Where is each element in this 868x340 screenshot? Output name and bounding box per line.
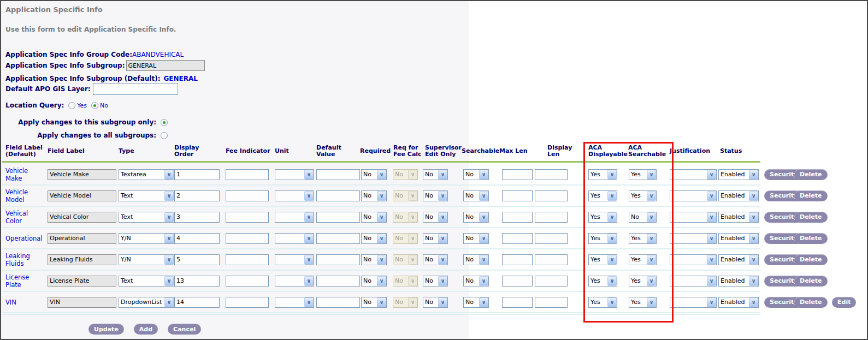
cancel-button[interactable]: Cancel: [168, 324, 201, 335]
fee-indicator-input[interactable]: [226, 190, 269, 201]
status-select[interactable]: Enabled∨: [718, 276, 759, 287]
field-default-label-link[interactable]: Vehicle Model: [5, 188, 46, 204]
searchable-select[interactable]: No∨: [463, 190, 489, 201]
field-label-input[interactable]: [48, 233, 116, 244]
aca-searchable-select[interactable]: Yes∨: [629, 297, 657, 308]
display-len-input[interactable]: [535, 297, 568, 308]
display-order-input[interactable]: [174, 233, 220, 244]
aca-displayable-select[interactable]: Yes∨: [588, 276, 617, 287]
aca-searchable-select[interactable]: Yes∨: [629, 254, 657, 265]
display-order-input[interactable]: [174, 190, 220, 201]
unit-select[interactable]: ∨: [275, 254, 314, 265]
default-value-input[interactable]: [316, 297, 360, 308]
supervisor-edit-only-select[interactable]: No∨: [423, 297, 448, 308]
justification-select[interactable]: ∨: [670, 276, 717, 287]
searchable-select[interactable]: No∨: [463, 276, 489, 287]
aca-searchable-select[interactable]: Yes∨: [629, 169, 657, 180]
type-select[interactable]: Text∨: [119, 276, 174, 287]
supervisor-edit-only-select[interactable]: No∨: [423, 254, 448, 265]
aca-displayable-select[interactable]: Yes∨: [588, 233, 617, 244]
searchable-select[interactable]: No∨: [463, 212, 489, 223]
default-value-input[interactable]: [316, 169, 360, 180]
unit-select[interactable]: ∨: [275, 212, 314, 223]
fee-indicator-input[interactable]: [226, 169, 269, 180]
default-value-input[interactable]: [316, 276, 360, 287]
status-select[interactable]: Enabled∨: [718, 297, 759, 308]
delete-button[interactable]: Delete: [794, 233, 828, 244]
delete-button[interactable]: Delete: [794, 169, 828, 180]
default-value-input[interactable]: [316, 212, 360, 223]
field-label-input[interactable]: [48, 297, 116, 308]
delete-button[interactable]: Delete: [794, 276, 828, 287]
aca-searchable-select[interactable]: Yes∨: [629, 276, 657, 287]
required-select[interactable]: No∨: [361, 254, 387, 265]
field-label-input[interactable]: [48, 169, 116, 180]
fee-indicator-input[interactable]: [226, 233, 269, 244]
unit-select[interactable]: ∨: [275, 190, 314, 201]
subgroup-input[interactable]: [126, 60, 205, 71]
aca-displayable-select[interactable]: Yes∨: [588, 254, 617, 265]
update-button[interactable]: Update: [88, 324, 124, 335]
display-order-input[interactable]: [174, 297, 220, 308]
delete-button[interactable]: Delete: [794, 254, 828, 265]
justification-select[interactable]: ∨: [670, 233, 717, 244]
aca-displayable-select[interactable]: Yes∨: [588, 190, 617, 201]
field-default-label-link[interactable]: License Plate: [5, 273, 46, 289]
required-select[interactable]: No∨: [361, 297, 387, 308]
max-len-input[interactable]: [502, 297, 533, 308]
supervisor-edit-only-select[interactable]: No∨: [423, 169, 448, 180]
field-default-label-link[interactable]: Leaking Fluids: [5, 252, 46, 267]
required-select[interactable]: No∨: [361, 233, 387, 244]
unit-select[interactable]: ∨: [275, 169, 314, 180]
field-label-input[interactable]: [48, 212, 116, 223]
type-select[interactable]: Textarea∨: [119, 169, 174, 180]
unit-select[interactable]: ∨: [275, 233, 314, 244]
delete-button[interactable]: Delete: [794, 190, 828, 201]
field-default-label-link[interactable]: Vehical Color: [5, 210, 46, 225]
apply-subgroup-only-radio[interactable]: [161, 119, 168, 126]
field-default-label-link[interactable]: Operational: [5, 235, 42, 242]
max-len-input[interactable]: [502, 233, 533, 244]
status-select[interactable]: Enabled∨: [718, 169, 759, 180]
field-label-input[interactable]: [48, 190, 116, 201]
type-select[interactable]: Text∨: [119, 190, 174, 201]
fee-indicator-input[interactable]: [226, 254, 269, 265]
fee-indicator-input[interactable]: [226, 276, 269, 287]
add-button[interactable]: Add: [134, 324, 158, 335]
display-len-input[interactable]: [535, 233, 568, 244]
unit-select[interactable]: ∨: [275, 276, 314, 287]
type-select[interactable]: Y/N∨: [119, 233, 174, 244]
gis-layer-input[interactable]: [93, 83, 178, 95]
justification-select[interactable]: ∨: [670, 254, 717, 265]
max-len-input[interactable]: [502, 254, 533, 265]
supervisor-edit-only-select[interactable]: No∨: [423, 212, 448, 223]
max-len-input[interactable]: [502, 169, 533, 180]
searchable-select[interactable]: No∨: [463, 169, 489, 180]
justification-select[interactable]: ∨: [670, 190, 717, 201]
required-select[interactable]: No∨: [361, 276, 387, 287]
field-label-input[interactable]: [48, 276, 116, 287]
field-default-label-link[interactable]: Vehicle Make: [5, 167, 46, 182]
type-select[interactable]: Text∨: [119, 212, 174, 223]
aca-searchable-select[interactable]: Yes∨: [629, 190, 657, 201]
display-order-input[interactable]: [174, 254, 220, 265]
status-select[interactable]: Enabled∨: [718, 190, 759, 201]
field-label-input[interactable]: [48, 254, 116, 265]
justification-select[interactable]: ∨: [670, 212, 717, 223]
status-select[interactable]: Enabled∨: [718, 212, 759, 223]
default-value-input[interactable]: [316, 254, 360, 265]
aca-displayable-select[interactable]: Yes∨: [588, 297, 617, 308]
supervisor-edit-only-select[interactable]: No∨: [423, 190, 448, 201]
display-len-input[interactable]: [535, 212, 568, 223]
type-select[interactable]: Y/N∨: [119, 254, 174, 265]
aca-displayable-select[interactable]: Yes∨: [588, 169, 617, 180]
aca-displayable-select[interactable]: Yes∨: [588, 212, 617, 223]
searchable-select[interactable]: No∨: [463, 254, 489, 265]
default-value-input[interactable]: [316, 190, 360, 201]
apply-all-subgroups-radio[interactable]: [161, 132, 168, 139]
display-len-input[interactable]: [535, 276, 568, 287]
required-select[interactable]: No∨: [361, 190, 387, 201]
aca-searchable-select[interactable]: No∨: [629, 212, 657, 223]
unit-select[interactable]: ∨: [275, 297, 314, 308]
field-default-label-link[interactable]: VIN: [5, 299, 16, 306]
